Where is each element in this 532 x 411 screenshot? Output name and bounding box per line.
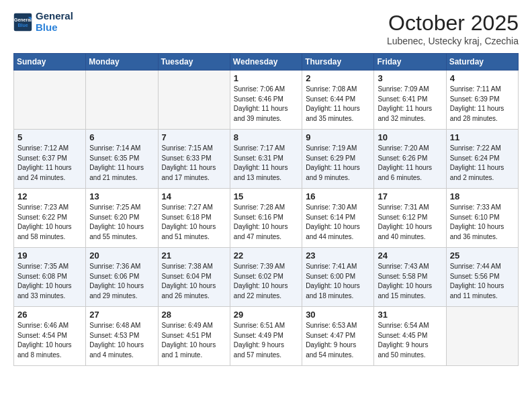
calendar-cell [446, 307, 518, 366]
calendar-cell: 13Sunrise: 7:25 AM Sunset: 6:20 PM Dayli… [86, 189, 158, 248]
logo-blue: Blue [36, 22, 73, 34]
logo-icon: General Blue [13, 13, 32, 32]
day-number: 31 [378, 310, 442, 320]
calendar-cell: 8Sunrise: 7:17 AM Sunset: 6:31 PM Daylig… [230, 130, 302, 189]
weekday-sunday: Sunday [14, 54, 86, 71]
title-block: October 2025 Lubenec, Ustecky kraj, Czec… [387, 11, 519, 46]
location: Lubenec, Ustecky kraj, Czechia [387, 36, 519, 46]
weekday-header-row: SundayMondayTuesdayWednesdayThursdayFrid… [14, 54, 519, 71]
day-info: Sunrise: 7:22 AM Sunset: 6:24 PM Dayligh… [450, 144, 515, 183]
calendar-cell: 6Sunrise: 7:14 AM Sunset: 6:35 PM Daylig… [86, 130, 158, 189]
day-info: Sunrise: 7:09 AM Sunset: 6:41 PM Dayligh… [378, 85, 442, 124]
day-number: 6 [89, 132, 154, 142]
day-number: 30 [306, 310, 370, 320]
day-info: Sunrise: 7:12 AM Sunset: 6:37 PM Dayligh… [17, 144, 82, 183]
calendar-week-2: 5Sunrise: 7:12 AM Sunset: 6:37 PM Daylig… [14, 130, 519, 189]
day-number: 17 [378, 191, 442, 201]
day-number: 2 [306, 73, 370, 83]
calendar-cell: 19Sunrise: 7:35 AM Sunset: 6:08 PM Dayli… [14, 248, 86, 307]
day-info: Sunrise: 6:54 AM Sunset: 4:45 PM Dayligh… [378, 321, 442, 360]
calendar-cell: 5Sunrise: 7:12 AM Sunset: 6:37 PM Daylig… [14, 130, 86, 189]
weekday-thursday: Thursday [302, 54, 374, 71]
day-number: 22 [234, 250, 298, 261]
day-number: 3 [378, 73, 442, 83]
weekday-tuesday: Tuesday [158, 54, 230, 71]
calendar-cell: 30Sunrise: 6:53 AM Sunset: 4:47 PM Dayli… [302, 307, 374, 366]
calendar-cell: 7Sunrise: 7:15 AM Sunset: 6:33 PM Daylig… [158, 130, 230, 189]
day-info: Sunrise: 7:25 AM Sunset: 6:20 PM Dayligh… [89, 203, 154, 242]
day-number: 28 [162, 310, 226, 320]
day-info: Sunrise: 7:39 AM Sunset: 6:02 PM Dayligh… [234, 262, 298, 301]
calendar-cell: 28Sunrise: 6:49 AM Sunset: 4:51 PM Dayli… [158, 307, 230, 366]
day-info: Sunrise: 7:38 AM Sunset: 6:04 PM Dayligh… [162, 262, 226, 301]
day-number: 23 [306, 250, 370, 261]
day-number: 27 [89, 310, 154, 320]
calendar-cell [14, 71, 86, 130]
calendar-cell: 16Sunrise: 7:30 AM Sunset: 6:14 PM Dayli… [302, 189, 374, 248]
calendar-week-1: 1Sunrise: 7:06 AM Sunset: 6:46 PM Daylig… [14, 71, 519, 130]
day-info: Sunrise: 7:31 AM Sunset: 6:12 PM Dayligh… [378, 203, 442, 242]
day-info: Sunrise: 7:30 AM Sunset: 6:14 PM Dayligh… [306, 203, 370, 242]
day-info: Sunrise: 6:53 AM Sunset: 4:47 PM Dayligh… [306, 321, 370, 360]
day-number: 12 [17, 191, 82, 201]
weekday-friday: Friday [374, 54, 446, 71]
calendar-week-5: 26Sunrise: 6:46 AM Sunset: 4:54 PM Dayli… [14, 307, 519, 366]
day-info: Sunrise: 7:19 AM Sunset: 6:29 PM Dayligh… [306, 144, 370, 183]
day-info: Sunrise: 7:11 AM Sunset: 6:39 PM Dayligh… [450, 85, 515, 124]
calendar-cell: 2Sunrise: 7:08 AM Sunset: 6:44 PM Daylig… [302, 71, 374, 130]
day-number: 1 [234, 73, 298, 83]
month-title: October 2025 [387, 11, 519, 36]
day-info: Sunrise: 6:51 AM Sunset: 4:49 PM Dayligh… [234, 321, 298, 360]
calendar-cell: 26Sunrise: 6:46 AM Sunset: 4:54 PM Dayli… [14, 307, 86, 366]
calendar-cell: 31Sunrise: 6:54 AM Sunset: 4:45 PM Dayli… [374, 307, 446, 366]
day-info: Sunrise: 6:49 AM Sunset: 4:51 PM Dayligh… [162, 321, 226, 360]
day-number: 4 [450, 73, 515, 83]
day-info: Sunrise: 7:14 AM Sunset: 6:35 PM Dayligh… [89, 144, 154, 183]
day-info: Sunrise: 7:08 AM Sunset: 6:44 PM Dayligh… [306, 85, 370, 124]
day-info: Sunrise: 7:35 AM Sunset: 6:08 PM Dayligh… [17, 262, 82, 301]
day-number: 25 [450, 250, 515, 261]
day-number: 10 [378, 132, 442, 142]
day-number: 21 [162, 250, 226, 261]
day-number: 16 [306, 191, 370, 201]
calendar-cell: 21Sunrise: 7:38 AM Sunset: 6:04 PM Dayli… [158, 248, 230, 307]
calendar-cell: 10Sunrise: 7:20 AM Sunset: 6:26 PM Dayli… [374, 130, 446, 189]
calendar-cell: 18Sunrise: 7:33 AM Sunset: 6:10 PM Dayli… [446, 189, 518, 248]
day-info: Sunrise: 7:41 AM Sunset: 6:00 PM Dayligh… [306, 262, 370, 301]
calendar-cell: 14Sunrise: 7:27 AM Sunset: 6:18 PM Dayli… [158, 189, 230, 248]
calendar-cell: 24Sunrise: 7:43 AM Sunset: 5:58 PM Dayli… [374, 248, 446, 307]
calendar-cell: 20Sunrise: 7:36 AM Sunset: 6:06 PM Dayli… [86, 248, 158, 307]
weekday-wednesday: Wednesday [230, 54, 302, 71]
day-number: 7 [162, 132, 226, 142]
calendar-cell: 1Sunrise: 7:06 AM Sunset: 6:46 PM Daylig… [230, 71, 302, 130]
calendar-cell: 11Sunrise: 7:22 AM Sunset: 6:24 PM Dayli… [446, 130, 518, 189]
calendar-week-3: 12Sunrise: 7:23 AM Sunset: 6:22 PM Dayli… [14, 189, 519, 248]
calendar: SundayMondayTuesdayWednesdayThursdayFrid… [13, 53, 519, 366]
day-info: Sunrise: 7:36 AM Sunset: 6:06 PM Dayligh… [89, 262, 154, 301]
calendar-cell: 17Sunrise: 7:31 AM Sunset: 6:12 PM Dayli… [374, 189, 446, 248]
day-info: Sunrise: 7:23 AM Sunset: 6:22 PM Dayligh… [17, 203, 82, 242]
day-info: Sunrise: 7:17 AM Sunset: 6:31 PM Dayligh… [234, 144, 298, 183]
logo: General Blue General Blue [13, 11, 73, 33]
svg-text:General: General [14, 17, 32, 22]
header: General Blue General Blue October 2025 L… [13, 11, 519, 46]
day-info: Sunrise: 6:48 AM Sunset: 4:53 PM Dayligh… [89, 321, 154, 360]
day-number: 8 [234, 132, 298, 142]
calendar-cell: 27Sunrise: 6:48 AM Sunset: 4:53 PM Dayli… [86, 307, 158, 366]
calendar-cell: 12Sunrise: 7:23 AM Sunset: 6:22 PM Dayli… [14, 189, 86, 248]
day-info: Sunrise: 7:33 AM Sunset: 6:10 PM Dayligh… [450, 203, 515, 242]
calendar-cell: 9Sunrise: 7:19 AM Sunset: 6:29 PM Daylig… [302, 130, 374, 189]
day-info: Sunrise: 7:20 AM Sunset: 6:26 PM Dayligh… [378, 144, 442, 183]
calendar-week-4: 19Sunrise: 7:35 AM Sunset: 6:08 PM Dayli… [14, 248, 519, 307]
logo-general: General [36, 11, 73, 22]
day-number: 11 [450, 132, 515, 142]
page: General Blue General Blue October 2025 L… [0, 0, 532, 373]
day-number: 14 [162, 191, 226, 201]
day-number: 18 [450, 191, 515, 201]
day-number: 24 [378, 250, 442, 261]
calendar-cell [158, 71, 230, 130]
svg-text:Blue: Blue [17, 23, 28, 28]
day-number: 13 [89, 191, 154, 201]
day-info: Sunrise: 7:15 AM Sunset: 6:33 PM Dayligh… [162, 144, 226, 183]
calendar-cell: 23Sunrise: 7:41 AM Sunset: 6:00 PM Dayli… [302, 248, 374, 307]
